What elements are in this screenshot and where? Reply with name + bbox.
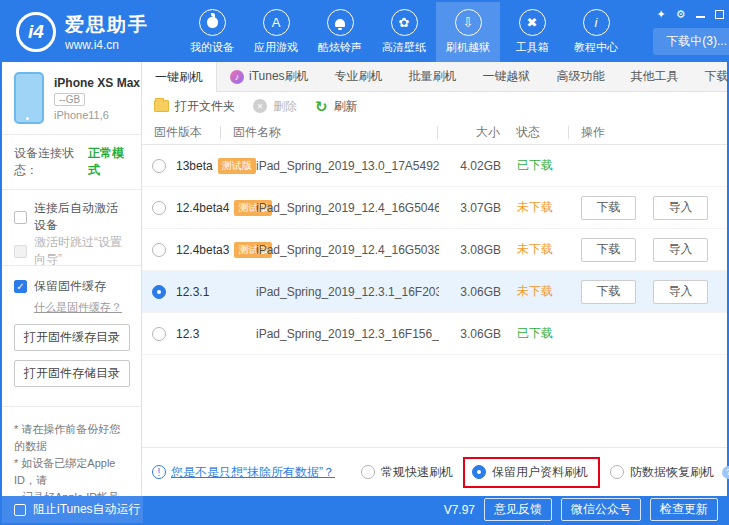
nav-label: 我的设备	[190, 40, 234, 55]
i4-logo-icon: i4	[16, 12, 56, 52]
status-bar-right: V7.97 意见反馈 微信公众号 检查更新	[444, 498, 727, 521]
row-radio[interactable]	[152, 243, 166, 257]
import-button[interactable]: 导入	[653, 280, 708, 304]
nav-item-wallpapers[interactable]: ✿ 高清壁纸	[372, 2, 436, 62]
theme-icon[interactable]: ✦	[656, 8, 665, 21]
open-cache-dir-button[interactable]: 打开固件缓存目录	[14, 324, 130, 351]
tab-download-firmware[interactable]: 下载固件	[692, 62, 729, 91]
folder-icon	[154, 100, 169, 112]
table-row-selected[interactable]: 12.3.1 iPad_Spring_2019_12.3.1_16F203_Re…	[142, 271, 727, 313]
tab-label: 专业刷机	[335, 68, 383, 85]
note-line: * 如设备已绑定Apple ID，请	[14, 455, 129, 489]
app-version: V7.97	[444, 503, 475, 517]
keep-user-data-radio[interactable]: 保留用户资料刷机	[472, 464, 588, 481]
download-button[interactable]: 下载	[581, 238, 636, 262]
nav-item-tutorials[interactable]: i 教程中心	[564, 2, 628, 62]
firmware-version: 12.4beta4	[176, 201, 229, 215]
firmware-size: 3.06GB	[439, 285, 501, 299]
app-logo: i4 爱思助手 www.i4.cn	[2, 2, 180, 62]
normal-flash-radio[interactable]: 常规快速刷机	[361, 464, 453, 481]
firmware-cache-section: ✓ 保留固件缓存 什么是固件缓存？ 打开固件缓存目录 打开固件存储目录	[2, 266, 141, 407]
table-row[interactable]: 12.4beta4测试版 iPad_Spring_2019_12.4_16G50…	[142, 187, 727, 229]
nav-item-apps-games[interactable]: A 应用游戏	[244, 2, 308, 62]
tab-batch-flash[interactable]: 批量刷机	[396, 62, 470, 91]
wechat-button[interactable]: 微信公众号	[561, 498, 641, 521]
nav-item-toolbox[interactable]: ✖ 工具箱	[500, 2, 564, 62]
downloading-button[interactable]: 下载中(3)...	[653, 28, 729, 55]
table-row[interactable]: 13beta测试版 iPad_Spring_2019_13.0_17A5492t…	[142, 145, 727, 187]
nav-label: 应用游戏	[254, 40, 298, 55]
delete-button[interactable]: × 删除	[253, 98, 297, 115]
main-panel: 一键刷机 ♪iTunes刷机 专业刷机 批量刷机 一键越狱 高级功能 其他工具 …	[142, 62, 727, 496]
row-radio[interactable]	[152, 327, 166, 341]
tab-one-click-flash[interactable]: 一键刷机	[142, 62, 217, 92]
firmware-size: 3.07GB	[439, 201, 501, 215]
auto-activate-checkbox[interactable]: 连接后自动激活设备	[14, 200, 129, 234]
anti-data-recovery-radio[interactable]: 防数据恢复刷机 ?	[610, 464, 729, 481]
status-badge: 未下载	[501, 199, 569, 216]
maximize-icon[interactable]	[715, 10, 724, 19]
refresh-icon: ↻	[315, 99, 328, 114]
skip-setup-checkbox[interactable]: 激活时跳过“设置向导”	[14, 234, 129, 268]
tab-other-tools[interactable]: 其他工具	[618, 62, 692, 91]
tab-pro-flash[interactable]: 专业刷机	[322, 62, 396, 91]
nav-item-flash-jailbreak[interactable]: ⇩ 刷机越狱	[436, 2, 500, 62]
tab-advanced[interactable]: 高级功能	[544, 62, 618, 91]
connection-label: 设备连接状态：	[14, 145, 86, 179]
table-row[interactable]: 12.3 iPad_Spring_2019_12.3_16F156_Restor…	[142, 313, 727, 355]
keep-cache-checkbox[interactable]: ✓ 保留固件缓存	[14, 278, 129, 295]
nav-item-my-device[interactable]: 我的设备	[180, 2, 244, 62]
wallpaper-icon: ✿	[391, 9, 418, 36]
delete-circle-icon: ×	[253, 99, 267, 113]
import-button[interactable]: 导入	[653, 196, 708, 220]
radio-icon	[361, 465, 375, 479]
device-info: iPhone XS Max --GB iPhone11,6	[2, 62, 141, 135]
feedback-button[interactable]: 意见反馈	[484, 498, 552, 521]
firmware-list: 13beta测试版 iPad_Spring_2019_13.0_17A5492t…	[142, 145, 727, 447]
status-bar: 阻止iTunes自动运行 V7.97 意见反馈 微信公众号 检查更新	[2, 496, 727, 523]
status-badge: 已下载	[501, 157, 569, 174]
main-nav: 我的设备 A 应用游戏 酷炫铃声 ✿ 高清壁纸 ⇩ 刷机越狱 ✖ 工具箱	[180, 2, 628, 62]
col-status: 状态	[500, 124, 568, 141]
tab-one-click-jailbreak[interactable]: 一键越狱	[470, 62, 544, 91]
checkbox-label: 激活时跳过“设置向导”	[34, 234, 129, 268]
table-row[interactable]: 12.4beta3测试版 iPad_Spring_2019_12.4_16G50…	[142, 229, 727, 271]
block-itunes-checkbox[interactable]: 阻止iTunes自动运行	[2, 496, 143, 523]
header: i4 爱思助手 www.i4.cn 我的设备 A 应用游戏 酷炫铃声 ✿ 高清壁…	[2, 2, 727, 62]
checkbox-icon	[14, 245, 27, 258]
checkbox-checked-icon: ✓	[14, 280, 27, 293]
check-update-button[interactable]: 检查更新	[650, 498, 718, 521]
nav-item-ringtones[interactable]: 酷炫铃声	[308, 2, 372, 62]
row-radio-selected[interactable]	[152, 285, 166, 299]
connection-status: 正常模式	[88, 145, 129, 179]
download-button[interactable]: 下载	[581, 280, 636, 304]
col-size: 大小	[438, 124, 500, 141]
import-button[interactable]: 导入	[653, 238, 708, 262]
erase-all-data-link[interactable]: 您是不是只想“抹除所有数据”？	[171, 464, 335, 481]
help-question-icon[interactable]: ?	[722, 466, 729, 479]
firmware-size: 3.08GB	[439, 243, 501, 257]
appstore-icon: A	[263, 9, 290, 36]
device-capacity-badge: --GB	[54, 93, 85, 106]
radio-label: 保留用户资料刷机	[492, 464, 588, 481]
settings-gear-icon[interactable]: ⚙	[676, 8, 686, 21]
brand-title: 爱思助手	[65, 12, 149, 38]
status-badge: 未下载	[501, 283, 569, 300]
flash-options-bar: ! 您是不是只想“抹除所有数据”？ 常规快速刷机 保留用户资料刷机 防数据恢复刷…	[142, 447, 727, 496]
tab-label: iTunes刷机	[249, 68, 309, 85]
exclamation-icon: !	[152, 465, 166, 479]
tab-label: 高级功能	[557, 68, 605, 85]
tab-itunes-flash[interactable]: ♪iTunes刷机	[217, 62, 322, 91]
minimize-icon[interactable]	[696, 11, 705, 18]
what-is-cache-link[interactable]: 什么是固件缓存？	[34, 300, 129, 315]
download-button[interactable]: 下载	[581, 196, 636, 220]
refresh-button[interactable]: ↻ 刷新	[315, 98, 358, 115]
nav-label: 工具箱	[516, 40, 549, 55]
window-controls-zone: ✦ ⚙ × 下载中(3)...	[628, 2, 729, 62]
firmware-toolbar: 打开文件夹 × 删除 ↻ 刷新	[142, 92, 727, 120]
row-radio[interactable]	[152, 159, 166, 173]
row-radio[interactable]	[152, 201, 166, 215]
firmware-filename: iPad_Spring_2019_13.0_17A5492t_Restore.i…	[254, 159, 439, 173]
open-folder-button[interactable]: 打开文件夹	[154, 98, 235, 115]
open-storage-dir-button[interactable]: 打开固件存储目录	[14, 360, 130, 387]
